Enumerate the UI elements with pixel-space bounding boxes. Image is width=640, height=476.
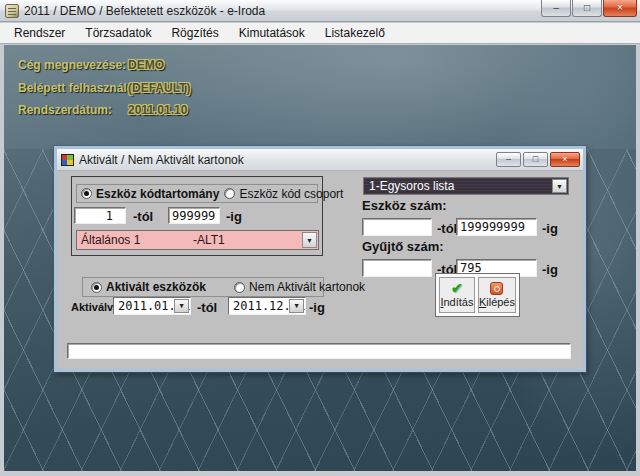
company-info-row: Cég megnevezése: DEMO	[4, 58, 404, 74]
dialog-icon	[61, 154, 74, 166]
dropdown-arrow-icon[interactable]: ▼	[552, 179, 567, 193]
category-combobox[interactable]: Általános 1 -ALT1 ▼	[76, 230, 319, 250]
close-button[interactable]: ×	[603, 0, 637, 17]
radio-not-activated-cards-label: Nem Aktivált kartonok	[249, 280, 365, 294]
asset-number-from-suffix: -tól	[437, 221, 457, 236]
radio-checked-icon	[91, 282, 102, 293]
collector-number-to-suffix: -ig	[542, 262, 558, 277]
start-button-label: Indítás	[440, 296, 473, 308]
collector-number-from-field[interactable]	[362, 259, 432, 277]
asset-number-to-suffix: -ig	[542, 221, 558, 236]
code-from-field[interactable]	[74, 207, 126, 224]
asset-number-from-input[interactable]	[363, 219, 431, 235]
sysdate-value: 2011.01.10	[128, 103, 187, 117]
menu-item-rendszer[interactable]: Rendszer	[4, 24, 75, 42]
dialog-controls: – □ ×	[496, 152, 580, 167]
window-titlebar[interactable]: 2011 / DEMO / Befektetett eszközök - e-I…	[0, 0, 640, 22]
radio-activated-assets-label: Aktivált eszközök	[106, 280, 206, 294]
menu-item-torzsadatok[interactable]: Törzsadatok	[75, 24, 161, 42]
date-from-combobox[interactable]: 2011.01.01 ▼	[113, 297, 191, 315]
app-window: 2011 / DEMO / Befektetett eszközök - e-I…	[0, 0, 640, 476]
app-icon	[5, 4, 19, 18]
asset-code-group: Eszköz kódtartomány Eszköz kód csoport -…	[71, 176, 323, 256]
menu-item-kimutatasok[interactable]: Kimutatások	[229, 24, 315, 42]
date-from-suffix: -tól	[197, 300, 217, 315]
dialog-maximize-button[interactable]: □	[523, 152, 548, 167]
code-from-suffix: -tól	[133, 209, 153, 224]
radio-activated-assets[interactable]: Aktivált eszközök	[91, 280, 206, 294]
exit-button[interactable]: Kilépés	[478, 277, 516, 313]
code-to-input[interactable]	[169, 208, 219, 223]
radio-unchecked-icon	[224, 188, 235, 199]
menu-item-listakezelo[interactable]: Listakezelő	[315, 24, 395, 42]
window-title: 2011 / DEMO / Befektetett eszközök - e-I…	[24, 4, 265, 18]
date-to-suffix: -ig	[309, 300, 325, 315]
category-code: -ALT1	[193, 233, 225, 247]
check-icon: ✔	[451, 282, 463, 295]
activation-radio-panel: Aktivált eszközök Nem Aktivált kartonok	[82, 277, 324, 297]
category-name: Általános 1	[81, 233, 140, 247]
start-button[interactable]: ✔ Indítás	[439, 277, 475, 313]
dropdown-arrow-icon[interactable]: ▼	[289, 299, 304, 313]
action-button-panel: ✔ Indítás Kilépés	[435, 273, 520, 317]
radio-unchecked-icon	[234, 282, 245, 293]
radio-asset-code-range-label: Eszköz kódtartomány	[96, 187, 219, 201]
asset-number-to-input[interactable]	[457, 219, 536, 235]
dialog-minimize-button[interactable]: –	[496, 152, 521, 167]
menu-bar: Rendszer Törzsadatok Rögzítés Kimutatáso…	[0, 23, 640, 44]
code-from-input[interactable]	[75, 208, 125, 223]
user-value: (DEFAULT)	[128, 81, 190, 95]
collector-number-from-input[interactable]	[363, 260, 431, 276]
power-icon	[490, 282, 503, 295]
maximize-button[interactable]: □	[572, 0, 602, 17]
dialog-close-button[interactable]: ×	[550, 152, 580, 167]
radio-asset-code-group-label: Eszköz kód csoport	[239, 187, 343, 201]
menu-item-rogzites[interactable]: Rögzítés	[161, 24, 228, 42]
activated-cards-dialog: Aktivált / Nem Aktivált kartonok – □ × E…	[54, 146, 586, 372]
asset-number-from-field[interactable]	[362, 218, 432, 236]
code-to-suffix: -ig	[226, 209, 242, 224]
date-to-combobox[interactable]: 2011.12.31 ▼	[228, 297, 306, 315]
dropdown-arrow-icon[interactable]: ▼	[302, 232, 317, 248]
company-value: DEMO	[128, 58, 164, 72]
minimize-button[interactable]: –	[541, 0, 571, 17]
radio-not-activated-cards[interactable]: Nem Aktivált kartonok	[234, 280, 365, 294]
asset-number-label: Eszköz szám:	[362, 198, 447, 213]
list-type-combobox[interactable]: 1-Egysoros lista ▼	[363, 177, 569, 195]
asset-code-radio-panel: Eszköz kódtartomány Eszköz kód csoport	[76, 184, 318, 203]
window-controls: – □ ×	[541, 0, 637, 17]
company-label: Cég megnevezése:	[18, 58, 126, 72]
status-bar-field	[67, 343, 571, 359]
dialog-body: Eszköz kódtartomány Eszköz kód csoport -…	[57, 171, 583, 369]
user-label: Belépett felhasználó:	[18, 81, 138, 95]
list-type-selected: 1-Egysoros lista	[369, 179, 454, 193]
user-info-row: Belépett felhasználó: (DEFAULT)	[4, 81, 404, 97]
radio-asset-code-range[interactable]: Eszköz kódtartomány	[81, 187, 219, 201]
radio-checked-icon	[81, 188, 92, 199]
collector-number-label: Gyűjtő szám:	[362, 239, 444, 254]
exit-button-label: Kilépés	[479, 296, 515, 308]
dialog-titlebar[interactable]: Aktivált / Nem Aktivált kartonok – □ ×	[57, 149, 583, 171]
sysdate-label: Rendszerdátum:	[18, 103, 112, 117]
code-to-field[interactable]	[168, 207, 220, 224]
desktop-area: Cég megnevezése: DEMO Belépett felhaszná…	[0, 45, 640, 476]
asset-number-to-field[interactable]	[456, 218, 537, 236]
sysdate-info-row: Rendszerdátum: 2011.01.10	[4, 103, 404, 119]
dropdown-arrow-icon[interactable]: ▼	[174, 299, 189, 313]
dialog-title: Aktivált / Nem Aktivált kartonok	[79, 153, 244, 167]
radio-asset-code-group[interactable]: Eszköz kód csoport	[224, 187, 343, 201]
